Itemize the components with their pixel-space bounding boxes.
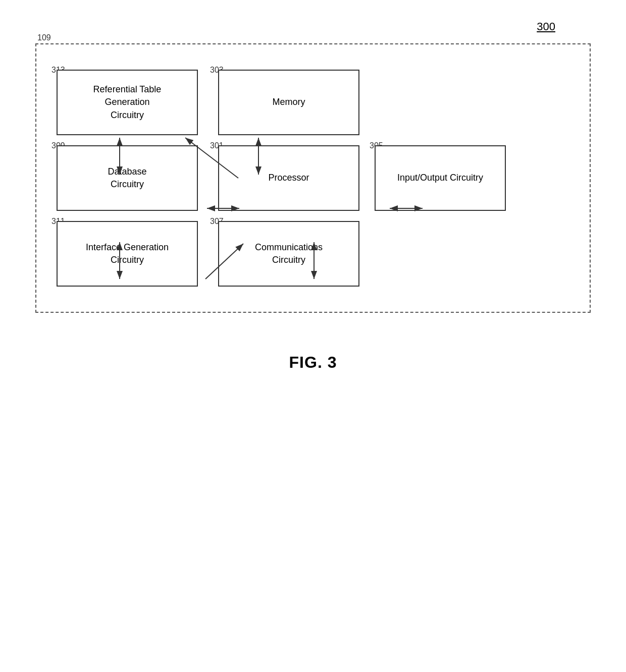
memory-label: Memory [272, 96, 305, 108]
box-memory: Memory [218, 70, 359, 135]
database-label: DatabaseCircuitry [108, 165, 146, 191]
diagram-wrapper: 109 313 Referential TableGenerationCircu… [35, 43, 591, 313]
label-109: 109 [37, 33, 51, 42]
processor-label: Processor [268, 172, 309, 184]
box-processor: Processor [218, 145, 359, 211]
figure-number: 300 [537, 20, 555, 33]
box-database: DatabaseCircuitry [57, 145, 198, 211]
interface-gen-label: Interface GenerationCircuitry [86, 241, 169, 266]
box-comms: CommunicationsCircuitry [218, 221, 359, 287]
ref-table-label: Referential TableGenerationCircuitry [93, 83, 162, 122]
box-interface-gen: Interface GenerationCircuitry [57, 221, 198, 287]
outer-box: 109 313 Referential TableGenerationCircu… [35, 43, 591, 313]
fig-caption: FIG. 3 [289, 353, 337, 372]
box-ref-table-gen: Referential TableGenerationCircuitry [57, 70, 198, 135]
box-io: Input/Output Circuitry [375, 145, 506, 211]
inner-grid: 313 Referential TableGenerationCircuitry… [51, 65, 575, 292]
io-label: Input/Output Circuitry [397, 172, 483, 184]
comms-label: CommunicationsCircuitry [255, 241, 323, 266]
